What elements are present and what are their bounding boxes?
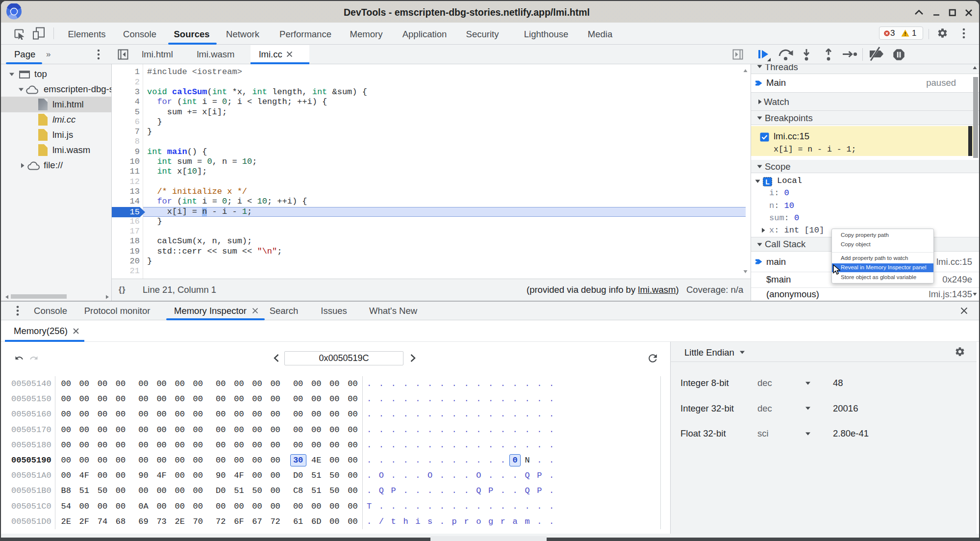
svg-text:L: L — [765, 178, 770, 186]
